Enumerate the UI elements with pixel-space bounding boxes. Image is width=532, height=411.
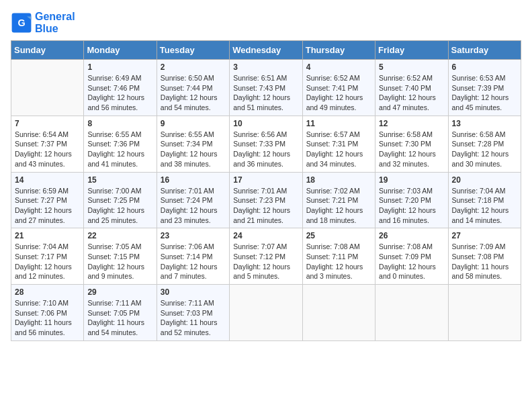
day-info: Sunrise: 6:55 AMSunset: 7:34 PMDaylight:… bbox=[161, 130, 226, 169]
calendar-cell: 23 Sunrise: 7:06 AMSunset: 7:14 PMDaylig… bbox=[157, 228, 229, 285]
calendar-cell: 13 Sunrise: 6:58 AMSunset: 7:28 PMDaylig… bbox=[448, 116, 521, 172]
calendar-cell: 30 Sunrise: 7:11 AMSunset: 7:03 PMDaylig… bbox=[157, 285, 229, 341]
calendar-cell bbox=[375, 285, 448, 341]
day-number: 27 bbox=[452, 231, 517, 240]
calendar-cell: 19 Sunrise: 7:03 AMSunset: 7:20 PMDaylig… bbox=[375, 172, 448, 228]
calendar-cell: 12 Sunrise: 6:58 AMSunset: 7:30 PMDaylig… bbox=[375, 116, 448, 172]
day-info: Sunrise: 6:52 AMSunset: 7:41 PMDaylight:… bbox=[306, 73, 371, 113]
calendar-cell: 11 Sunrise: 6:57 AMSunset: 7:31 PMDaylig… bbox=[302, 116, 375, 172]
day-info: Sunrise: 7:03 AMSunset: 7:20 PMDaylight:… bbox=[379, 186, 444, 226]
logo: G General Blue bbox=[11, 11, 75, 35]
calendar-week: 28 Sunrise: 7:10 AMSunset: 7:06 PMDaylig… bbox=[11, 285, 521, 341]
logo-text: General bbox=[35, 11, 75, 23]
weekday-header: Wednesday bbox=[230, 41, 302, 60]
calendar-cell: 29 Sunrise: 7:11 AMSunset: 7:05 PMDaylig… bbox=[84, 285, 157, 341]
day-number: 5 bbox=[379, 62, 444, 72]
day-number: 29 bbox=[87, 287, 152, 297]
calendar-week: 1 Sunrise: 6:49 AMSunset: 7:46 PMDayligh… bbox=[11, 60, 521, 116]
day-number: 26 bbox=[379, 231, 444, 240]
calendar-cell: 15 Sunrise: 7:00 AMSunset: 7:25 PMDaylig… bbox=[84, 172, 157, 228]
day-info: Sunrise: 7:04 AMSunset: 7:17 PMDaylight:… bbox=[15, 242, 80, 281]
calendar-cell: 1 Sunrise: 6:49 AMSunset: 7:46 PMDayligh… bbox=[84, 60, 157, 116]
weekday-header: Tuesday bbox=[157, 41, 229, 60]
day-info: Sunrise: 6:59 AMSunset: 7:27 PMDaylight:… bbox=[15, 186, 80, 226]
calendar-cell: 14 Sunrise: 6:59 AMSunset: 7:27 PMDaylig… bbox=[11, 172, 84, 228]
day-info: Sunrise: 6:54 AMSunset: 7:37 PMDaylight:… bbox=[15, 130, 80, 169]
calendar-cell bbox=[230, 285, 302, 341]
day-info: Sunrise: 7:08 AMSunset: 7:11 PMDaylight:… bbox=[306, 242, 371, 281]
day-info: Sunrise: 6:49 AMSunset: 7:46 PMDaylight:… bbox=[87, 73, 152, 113]
weekday-header: Friday bbox=[375, 41, 448, 60]
calendar-cell bbox=[448, 285, 521, 341]
calendar-cell: 28 Sunrise: 7:10 AMSunset: 7:06 PMDaylig… bbox=[11, 285, 84, 341]
day-info: Sunrise: 7:01 AMSunset: 7:23 PMDaylight:… bbox=[233, 186, 298, 226]
day-number: 7 bbox=[15, 119, 80, 128]
calendar-cell: 26 Sunrise: 7:08 AMSunset: 7:09 PMDaylig… bbox=[375, 228, 448, 285]
day-number: 3 bbox=[233, 62, 298, 72]
page-header: G General Blue bbox=[11, 11, 521, 35]
calendar-cell: 8 Sunrise: 6:55 AMSunset: 7:36 PMDayligh… bbox=[84, 116, 157, 172]
calendar-week: 7 Sunrise: 6:54 AMSunset: 7:37 PMDayligh… bbox=[11, 116, 521, 172]
day-number: 1 bbox=[87, 62, 152, 72]
calendar-cell bbox=[11, 60, 84, 116]
day-info: Sunrise: 7:02 AMSunset: 7:21 PMDaylight:… bbox=[306, 186, 371, 226]
day-info: Sunrise: 6:50 AMSunset: 7:44 PMDaylight:… bbox=[161, 73, 226, 113]
day-info: Sunrise: 6:56 AMSunset: 7:33 PMDaylight:… bbox=[233, 130, 298, 169]
weekday-header: Saturday bbox=[448, 41, 521, 60]
calendar-cell: 9 Sunrise: 6:55 AMSunset: 7:34 PMDayligh… bbox=[157, 116, 229, 172]
logo-text2: Blue bbox=[35, 23, 75, 35]
weekday-header: Sunday bbox=[11, 41, 84, 60]
day-info: Sunrise: 7:07 AMSunset: 7:12 PMDaylight:… bbox=[233, 242, 298, 281]
day-info: Sunrise: 7:08 AMSunset: 7:09 PMDaylight:… bbox=[379, 242, 444, 281]
day-number: 4 bbox=[306, 62, 371, 72]
day-number: 12 bbox=[379, 119, 444, 128]
day-number: 22 bbox=[87, 231, 152, 240]
day-number: 2 bbox=[161, 62, 226, 72]
calendar-week: 14 Sunrise: 6:59 AMSunset: 7:27 PMDaylig… bbox=[11, 172, 521, 228]
day-number: 14 bbox=[15, 175, 80, 185]
day-info: Sunrise: 7:11 AMSunset: 7:05 PMDaylight:… bbox=[87, 298, 152, 338]
day-info: Sunrise: 6:58 AMSunset: 7:30 PMDaylight:… bbox=[379, 130, 444, 169]
calendar-cell: 2 Sunrise: 6:50 AMSunset: 7:44 PMDayligh… bbox=[157, 60, 229, 116]
day-number: 6 bbox=[452, 62, 517, 72]
day-info: Sunrise: 6:52 AMSunset: 7:40 PMDaylight:… bbox=[379, 73, 444, 113]
calendar-cell: 10 Sunrise: 6:56 AMSunset: 7:33 PMDaylig… bbox=[230, 116, 302, 172]
day-number: 28 bbox=[15, 287, 80, 297]
calendar-cell: 24 Sunrise: 7:07 AMSunset: 7:12 PMDaylig… bbox=[230, 228, 302, 285]
calendar-table: SundayMondayTuesdayWednesdayThursdayFrid… bbox=[11, 40, 521, 341]
day-info: Sunrise: 7:09 AMSunset: 7:08 PMDaylight:… bbox=[452, 242, 517, 281]
day-number: 30 bbox=[161, 287, 226, 297]
calendar-cell: 25 Sunrise: 7:08 AMSunset: 7:11 PMDaylig… bbox=[302, 228, 375, 285]
day-number: 15 bbox=[87, 175, 152, 185]
calendar-cell: 3 Sunrise: 6:51 AMSunset: 7:43 PMDayligh… bbox=[230, 60, 302, 116]
day-info: Sunrise: 7:10 AMSunset: 7:06 PMDaylight:… bbox=[15, 298, 80, 338]
day-number: 10 bbox=[233, 119, 298, 128]
day-number: 25 bbox=[306, 231, 371, 240]
weekday-header: Thursday bbox=[302, 41, 375, 60]
day-number: 19 bbox=[379, 175, 444, 185]
day-info: Sunrise: 6:55 AMSunset: 7:36 PMDaylight:… bbox=[87, 130, 152, 169]
day-info: Sunrise: 7:04 AMSunset: 7:18 PMDaylight:… bbox=[452, 186, 517, 226]
day-info: Sunrise: 6:51 AMSunset: 7:43 PMDaylight:… bbox=[233, 73, 298, 113]
calendar-cell: 20 Sunrise: 7:04 AMSunset: 7:18 PMDaylig… bbox=[448, 172, 521, 228]
day-info: Sunrise: 6:58 AMSunset: 7:28 PMDaylight:… bbox=[452, 130, 517, 169]
day-number: 20 bbox=[452, 175, 517, 185]
day-info: Sunrise: 7:05 AMSunset: 7:15 PMDaylight:… bbox=[87, 242, 152, 281]
day-number: 24 bbox=[233, 231, 298, 240]
day-number: 17 bbox=[233, 175, 298, 185]
day-number: 23 bbox=[161, 231, 226, 240]
calendar-cell: 27 Sunrise: 7:09 AMSunset: 7:08 PMDaylig… bbox=[448, 228, 521, 285]
day-info: Sunrise: 7:01 AMSunset: 7:24 PMDaylight:… bbox=[161, 186, 226, 226]
calendar-cell: 5 Sunrise: 6:52 AMSunset: 7:40 PMDayligh… bbox=[375, 60, 448, 116]
day-info: Sunrise: 7:11 AMSunset: 7:03 PMDaylight:… bbox=[161, 298, 226, 338]
day-number: 16 bbox=[161, 175, 226, 185]
logo-icon: G bbox=[11, 12, 32, 34]
day-number: 8 bbox=[87, 119, 152, 128]
day-info: Sunrise: 7:00 AMSunset: 7:25 PMDaylight:… bbox=[87, 186, 152, 226]
day-info: Sunrise: 6:53 AMSunset: 7:39 PMDaylight:… bbox=[452, 73, 517, 113]
day-number: 13 bbox=[452, 119, 517, 128]
day-number: 18 bbox=[306, 175, 371, 185]
day-number: 9 bbox=[161, 119, 226, 128]
day-info: Sunrise: 6:57 AMSunset: 7:31 PMDaylight:… bbox=[306, 130, 371, 169]
calendar-cell: 7 Sunrise: 6:54 AMSunset: 7:37 PMDayligh… bbox=[11, 116, 84, 172]
